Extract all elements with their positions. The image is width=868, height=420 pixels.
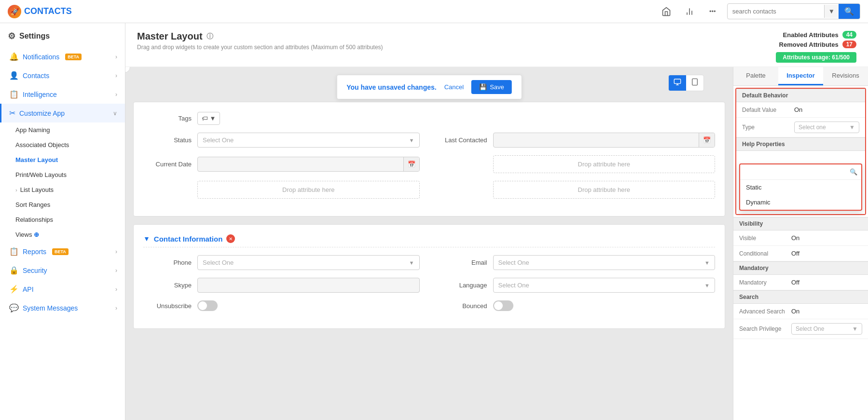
bounced-knob — [494, 301, 503, 310]
last-contacted-field: Last Contacted 📅 — [439, 133, 716, 148]
phone-label: Phone — [143, 259, 192, 266]
email-select[interactable]: Select One ▼ — [493, 255, 716, 270]
page-title: Master Layout ⓘ — [137, 31, 383, 42]
calendar-icon: 📅 — [699, 133, 715, 147]
svg-rect-3 — [674, 79, 680, 83]
sidebar-item-system-messages[interactable]: 💬 System Messages › — [0, 298, 125, 317]
sidebar-item-api[interactable]: ⚡ API › — [0, 280, 125, 298]
email-chevron: ▼ — [704, 260, 710, 266]
cancel-link[interactable]: Cancel — [444, 83, 464, 91]
skype-control — [197, 278, 420, 293]
collapse-section-icon[interactable]: ▼ — [143, 235, 150, 243]
notifications-label: Notifications — [23, 53, 59, 61]
system-messages-icon: 💬 — [9, 303, 19, 312]
sub-item-print-layouts[interactable]: Print/Web Layouts — [0, 167, 125, 182]
contacts-chevron: › — [115, 72, 117, 79]
enabled-attr-label: Enabled Attributes — [783, 31, 839, 39]
contact-info-close[interactable]: ✕ — [226, 234, 235, 243]
unsubscribe-toggle[interactable] — [197, 300, 218, 311]
sub-item-views[interactable]: Views ⊕ — [0, 227, 125, 242]
home-button[interactable] — [658, 3, 675, 20]
visible-row: Visible On — [733, 230, 868, 246]
language-field: Language Select One ▼ — [439, 278, 716, 293]
save-button[interactable]: 💾 Save — [471, 80, 512, 94]
type-select[interactable]: Select one ▼ — [794, 122, 859, 133]
status-label: Status — [143, 136, 192, 144]
phone-control: Select One ▼ — [197, 255, 420, 270]
unsubscribe-knob — [198, 301, 207, 310]
sidebar-item-intelligence[interactable]: 📋 Intelligence › — [0, 85, 125, 104]
dropdown-search: 🔍 — [740, 164, 861, 180]
sidebar-item-customize-app[interactable]: ✂ Customize App ∨ — [0, 104, 125, 122]
drop-zone-area-3[interactable]: Drop attribute here — [493, 181, 716, 199]
sub-item-sort-ranges[interactable]: Sort Ranges — [0, 197, 125, 212]
desktop-view-button[interactable] — [669, 75, 686, 91]
sidebar: ⚙ Settings 🔔 Notifications BETA › 👤 Cont… — [0, 23, 125, 420]
inspector-tab[interactable]: Inspector — [778, 67, 823, 85]
search-privilege-label: Search Privilege — [739, 325, 787, 332]
static-option[interactable]: Static — [740, 180, 861, 195]
language-label: Language — [439, 282, 487, 289]
advanced-search-row: Advanced Search On — [733, 304, 868, 319]
status-chevron: ▼ — [409, 137, 414, 143]
reports-chevron: › — [115, 248, 117, 255]
last-contacted-input[interactable] — [494, 133, 699, 147]
dropdown-search-input[interactable] — [744, 166, 850, 177]
customize-sub-menu: App Naming Associated Objects Master Lay… — [0, 122, 125, 242]
skype-input[interactable] — [197, 278, 420, 293]
sub-item-list-layouts[interactable]: › List Layouts — [0, 182, 125, 197]
search-privilege-row: Search Privilege Select One ▼ — [733, 319, 868, 339]
inspector-panel: Palette Inspector Revisions Default Beha… — [733, 67, 868, 420]
tablet-view-button[interactable] — [686, 75, 703, 91]
tags-label: Tags — [143, 115, 192, 122]
sub-item-associated-objects[interactable]: Associated Objects — [0, 137, 125, 152]
sidebar-item-notifications[interactable]: 🔔 Notifications BETA › — [0, 47, 125, 66]
sidebar-item-reports[interactable]: 📋 Reports BETA › — [0, 242, 125, 261]
contacts-label: Contacts — [23, 72, 49, 80]
drop-zone-2: Drop attribute here — [143, 181, 420, 199]
views-add-icon[interactable]: ⊕ — [34, 231, 39, 238]
dynamic-option[interactable]: Dynamic — [740, 195, 861, 210]
current-date-calendar-icon: 📅 — [403, 157, 419, 171]
bounced-toggle[interactable] — [493, 300, 513, 311]
last-contacted-control: 📅 — [493, 133, 716, 148]
logo-icon: 🚀 — [8, 5, 21, 18]
removed-attr-badge: 17 — [842, 41, 856, 48]
default-value-row: Default Value On — [736, 102, 865, 118]
phone-field: Phone Select One ▼ — [143, 255, 420, 270]
search-submit-button[interactable]: 🔍 — [839, 4, 860, 19]
current-date-text[interactable] — [198, 157, 403, 171]
drop-zone-area-2[interactable]: Drop attribute here — [197, 181, 420, 199]
sub-item-relationships[interactable]: Relationships — [0, 212, 125, 227]
bounced-label: Bounced — [439, 302, 487, 310]
type-label: Type — [742, 124, 790, 131]
type-dropdown-overlay: 🔍 Static Dynamic — [739, 163, 862, 211]
security-icon: 🔒 — [9, 266, 19, 275]
info-icon[interactable]: ⓘ — [207, 32, 213, 41]
sidebar-item-contacts[interactable]: 👤 Contacts › — [0, 66, 125, 85]
enabled-attr-row: Enabled Attributes 44 — [783, 31, 856, 39]
tag-button[interactable]: 🏷 ▼ — [197, 112, 220, 125]
search-dropdown-button[interactable]: ▼ — [824, 5, 839, 18]
revisions-tab[interactable]: Revisions — [823, 67, 868, 85]
page-title-area: Master Layout ⓘ Drag and drop widgets to… — [137, 31, 383, 51]
status-placeholder: Select One — [203, 136, 234, 144]
default-value: On — [794, 106, 859, 113]
language-chevron: ▼ — [704, 283, 710, 288]
language-select[interactable]: Select One ▼ — [493, 278, 716, 293]
chart-button[interactable] — [681, 3, 698, 20]
collapse-panel-button[interactable]: ‹ — [125, 67, 130, 73]
sub-item-app-naming[interactable]: App Naming — [0, 122, 125, 137]
bounced-control — [493, 300, 716, 311]
current-date-row: Current Date 📅 Drop attribute here — [143, 155, 715, 173]
sub-item-master-layout[interactable]: Master Layout — [0, 152, 125, 167]
more-button[interactable]: ••• — [704, 3, 721, 20]
phone-select[interactable]: Select One ▼ — [197, 255, 420, 270]
search-privilege-select[interactable]: Select One ▼ — [791, 323, 862, 335]
search-input[interactable] — [728, 5, 824, 18]
drop-zone-area-1[interactable]: Drop attribute here — [493, 155, 716, 173]
intelligence-chevron: › — [115, 91, 117, 98]
palette-tab[interactable]: Palette — [733, 67, 778, 85]
sidebar-item-security[interactable]: 🔒 Security › — [0, 261, 125, 280]
status-select[interactable]: Select One ▼ — [197, 133, 420, 148]
